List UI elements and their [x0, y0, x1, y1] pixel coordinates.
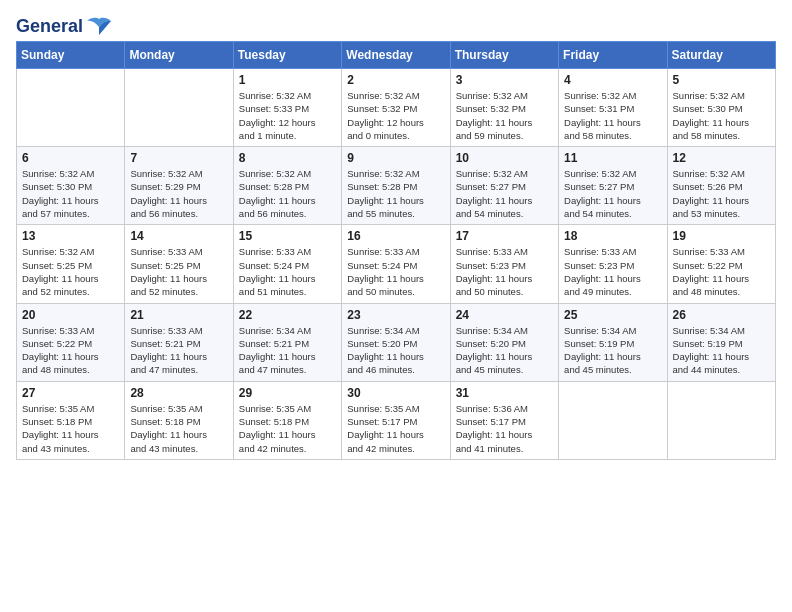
day-info: Sunrise: 5:34 AM Sunset: 5:20 PM Dayligh…	[347, 324, 445, 377]
day-info: Sunrise: 5:32 AM Sunset: 5:30 PM Dayligh…	[673, 89, 771, 142]
calendar-cell: 6Sunrise: 5:32 AM Sunset: 5:30 PM Daylig…	[17, 147, 125, 225]
day-info: Sunrise: 5:33 AM Sunset: 5:23 PM Dayligh…	[564, 245, 662, 298]
calendar-cell: 26Sunrise: 5:34 AM Sunset: 5:19 PM Dayli…	[667, 303, 775, 381]
calendar-cell: 12Sunrise: 5:32 AM Sunset: 5:26 PM Dayli…	[667, 147, 775, 225]
day-number: 12	[673, 151, 771, 165]
calendar-week-row: 20Sunrise: 5:33 AM Sunset: 5:22 PM Dayli…	[17, 303, 776, 381]
calendar-cell: 25Sunrise: 5:34 AM Sunset: 5:19 PM Dayli…	[559, 303, 667, 381]
day-number: 19	[673, 229, 771, 243]
calendar-cell: 3Sunrise: 5:32 AM Sunset: 5:32 PM Daylig…	[450, 69, 558, 147]
day-info: Sunrise: 5:32 AM Sunset: 5:33 PM Dayligh…	[239, 89, 337, 142]
day-info: Sunrise: 5:32 AM Sunset: 5:31 PM Dayligh…	[564, 89, 662, 142]
day-number: 22	[239, 308, 337, 322]
calendar-cell: 27Sunrise: 5:35 AM Sunset: 5:18 PM Dayli…	[17, 381, 125, 459]
day-number: 1	[239, 73, 337, 87]
calendar-cell: 10Sunrise: 5:32 AM Sunset: 5:27 PM Dayli…	[450, 147, 558, 225]
day-info: Sunrise: 5:32 AM Sunset: 5:32 PM Dayligh…	[347, 89, 445, 142]
day-info: Sunrise: 5:32 AM Sunset: 5:30 PM Dayligh…	[22, 167, 120, 220]
calendar-cell: 24Sunrise: 5:34 AM Sunset: 5:20 PM Dayli…	[450, 303, 558, 381]
day-number: 28	[130, 386, 228, 400]
day-info: Sunrise: 5:34 AM Sunset: 5:19 PM Dayligh…	[564, 324, 662, 377]
day-number: 29	[239, 386, 337, 400]
day-number: 13	[22, 229, 120, 243]
calendar-week-row: 27Sunrise: 5:35 AM Sunset: 5:18 PM Dayli…	[17, 381, 776, 459]
day-info: Sunrise: 5:33 AM Sunset: 5:25 PM Dayligh…	[130, 245, 228, 298]
logo-bird-icon	[85, 17, 113, 37]
calendar-cell: 7Sunrise: 5:32 AM Sunset: 5:29 PM Daylig…	[125, 147, 233, 225]
day-number: 3	[456, 73, 554, 87]
day-number: 17	[456, 229, 554, 243]
day-info: Sunrise: 5:32 AM Sunset: 5:25 PM Dayligh…	[22, 245, 120, 298]
day-number: 24	[456, 308, 554, 322]
day-number: 23	[347, 308, 445, 322]
day-number: 8	[239, 151, 337, 165]
column-header-tuesday: Tuesday	[233, 42, 341, 69]
calendar-cell: 8Sunrise: 5:32 AM Sunset: 5:28 PM Daylig…	[233, 147, 341, 225]
calendar-cell: 14Sunrise: 5:33 AM Sunset: 5:25 PM Dayli…	[125, 225, 233, 303]
day-number: 2	[347, 73, 445, 87]
calendar-cell: 30Sunrise: 5:35 AM Sunset: 5:17 PM Dayli…	[342, 381, 450, 459]
calendar-cell: 22Sunrise: 5:34 AM Sunset: 5:21 PM Dayli…	[233, 303, 341, 381]
day-info: Sunrise: 5:33 AM Sunset: 5:24 PM Dayligh…	[239, 245, 337, 298]
calendar-cell	[667, 381, 775, 459]
page-header: General	[16, 16, 776, 33]
calendar-cell: 28Sunrise: 5:35 AM Sunset: 5:18 PM Dayli…	[125, 381, 233, 459]
calendar-header-row: SundayMondayTuesdayWednesdayThursdayFrid…	[17, 42, 776, 69]
day-info: Sunrise: 5:35 AM Sunset: 5:18 PM Dayligh…	[22, 402, 120, 455]
day-number: 18	[564, 229, 662, 243]
calendar-cell	[559, 381, 667, 459]
calendar-cell: 15Sunrise: 5:33 AM Sunset: 5:24 PM Dayli…	[233, 225, 341, 303]
calendar-cell: 20Sunrise: 5:33 AM Sunset: 5:22 PM Dayli…	[17, 303, 125, 381]
day-info: Sunrise: 5:34 AM Sunset: 5:20 PM Dayligh…	[456, 324, 554, 377]
day-info: Sunrise: 5:32 AM Sunset: 5:28 PM Dayligh…	[347, 167, 445, 220]
day-info: Sunrise: 5:36 AM Sunset: 5:17 PM Dayligh…	[456, 402, 554, 455]
day-number: 10	[456, 151, 554, 165]
day-number: 16	[347, 229, 445, 243]
day-number: 27	[22, 386, 120, 400]
day-info: Sunrise: 5:32 AM Sunset: 5:29 PM Dayligh…	[130, 167, 228, 220]
day-info: Sunrise: 5:32 AM Sunset: 5:28 PM Dayligh…	[239, 167, 337, 220]
day-info: Sunrise: 5:35 AM Sunset: 5:18 PM Dayligh…	[130, 402, 228, 455]
calendar-cell: 31Sunrise: 5:36 AM Sunset: 5:17 PM Dayli…	[450, 381, 558, 459]
day-number: 7	[130, 151, 228, 165]
day-info: Sunrise: 5:33 AM Sunset: 5:22 PM Dayligh…	[673, 245, 771, 298]
calendar-cell: 21Sunrise: 5:33 AM Sunset: 5:21 PM Dayli…	[125, 303, 233, 381]
calendar-cell: 1Sunrise: 5:32 AM Sunset: 5:33 PM Daylig…	[233, 69, 341, 147]
day-number: 26	[673, 308, 771, 322]
day-number: 30	[347, 386, 445, 400]
day-info: Sunrise: 5:32 AM Sunset: 5:27 PM Dayligh…	[456, 167, 554, 220]
calendar-cell: 2Sunrise: 5:32 AM Sunset: 5:32 PM Daylig…	[342, 69, 450, 147]
day-info: Sunrise: 5:32 AM Sunset: 5:32 PM Dayligh…	[456, 89, 554, 142]
day-number: 9	[347, 151, 445, 165]
calendar-cell: 16Sunrise: 5:33 AM Sunset: 5:24 PM Dayli…	[342, 225, 450, 303]
column-header-thursday: Thursday	[450, 42, 558, 69]
calendar-week-row: 13Sunrise: 5:32 AM Sunset: 5:25 PM Dayli…	[17, 225, 776, 303]
day-number: 20	[22, 308, 120, 322]
calendar-cell	[125, 69, 233, 147]
calendar-cell	[17, 69, 125, 147]
logo: General	[16, 16, 113, 33]
day-number: 14	[130, 229, 228, 243]
day-info: Sunrise: 5:35 AM Sunset: 5:18 PM Dayligh…	[239, 402, 337, 455]
calendar-cell: 18Sunrise: 5:33 AM Sunset: 5:23 PM Dayli…	[559, 225, 667, 303]
calendar-week-row: 6Sunrise: 5:32 AM Sunset: 5:30 PM Daylig…	[17, 147, 776, 225]
column-header-saturday: Saturday	[667, 42, 775, 69]
calendar-cell: 4Sunrise: 5:32 AM Sunset: 5:31 PM Daylig…	[559, 69, 667, 147]
calendar-cell: 19Sunrise: 5:33 AM Sunset: 5:22 PM Dayli…	[667, 225, 775, 303]
day-info: Sunrise: 5:33 AM Sunset: 5:24 PM Dayligh…	[347, 245, 445, 298]
calendar-cell: 5Sunrise: 5:32 AM Sunset: 5:30 PM Daylig…	[667, 69, 775, 147]
day-number: 4	[564, 73, 662, 87]
day-info: Sunrise: 5:34 AM Sunset: 5:21 PM Dayligh…	[239, 324, 337, 377]
day-number: 25	[564, 308, 662, 322]
day-info: Sunrise: 5:35 AM Sunset: 5:17 PM Dayligh…	[347, 402, 445, 455]
day-info: Sunrise: 5:32 AM Sunset: 5:27 PM Dayligh…	[564, 167, 662, 220]
day-info: Sunrise: 5:33 AM Sunset: 5:21 PM Dayligh…	[130, 324, 228, 377]
day-number: 5	[673, 73, 771, 87]
column-header-wednesday: Wednesday	[342, 42, 450, 69]
calendar-cell: 17Sunrise: 5:33 AM Sunset: 5:23 PM Dayli…	[450, 225, 558, 303]
calendar-cell: 11Sunrise: 5:32 AM Sunset: 5:27 PM Dayli…	[559, 147, 667, 225]
day-number: 6	[22, 151, 120, 165]
calendar-week-row: 1Sunrise: 5:32 AM Sunset: 5:33 PM Daylig…	[17, 69, 776, 147]
day-info: Sunrise: 5:33 AM Sunset: 5:22 PM Dayligh…	[22, 324, 120, 377]
calendar-table: SundayMondayTuesdayWednesdayThursdayFrid…	[16, 41, 776, 460]
